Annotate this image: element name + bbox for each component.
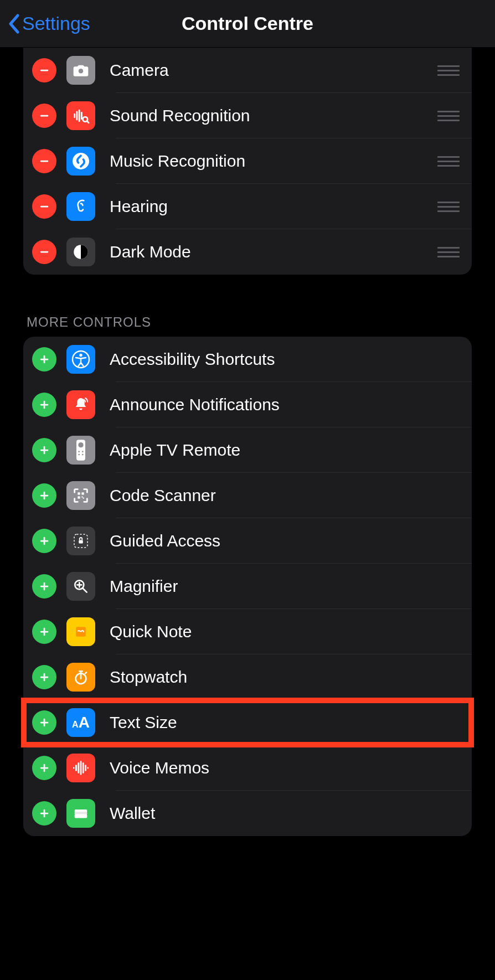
svg-rect-9 (40, 161, 49, 162)
row-wallet: Wallet (23, 791, 472, 836)
row-sound-recognition: Sound Recognition (23, 93, 472, 138)
svg-point-27 (82, 454, 84, 456)
plus-icon (38, 353, 50, 365)
svg-rect-46 (40, 631, 49, 633)
svg-rect-34 (83, 498, 84, 499)
row-label: Code Scanner (110, 486, 472, 505)
row-label: Apple TV Remote (110, 441, 472, 460)
plus-icon (38, 535, 50, 547)
svg-rect-36 (40, 540, 49, 542)
remove-button[interactable] (32, 240, 56, 264)
quick-note-icon (66, 617, 95, 646)
add-button[interactable] (32, 710, 56, 735)
plus-icon (38, 716, 50, 729)
row-camera: Camera (23, 48, 472, 93)
add-button[interactable] (32, 529, 56, 553)
svg-point-24 (78, 451, 80, 452)
row-apple-tv-remote: Apple TV Remote (23, 427, 472, 473)
row-label: Text Size (110, 713, 472, 732)
add-button[interactable] (32, 801, 56, 826)
svg-rect-33 (81, 496, 82, 497)
svg-point-26 (78, 454, 80, 456)
row-label: Guided Access (110, 532, 472, 550)
svg-line-54 (85, 672, 86, 673)
back-button[interactable]: Settings (8, 13, 90, 34)
minus-icon (38, 155, 50, 167)
remove-button[interactable] (32, 149, 56, 173)
svg-rect-12 (40, 251, 49, 253)
magnifier-icon (66, 572, 95, 601)
dark-mode-icon (66, 238, 95, 266)
accessibility-icon (66, 345, 95, 374)
row-label: Camera (110, 61, 437, 80)
row-hearing: Hearing (23, 184, 472, 229)
svg-rect-31 (81, 492, 84, 494)
reorder-handle[interactable] (437, 202, 460, 212)
plus-icon (38, 399, 50, 411)
svg-rect-56 (40, 722, 49, 724)
plus-icon (38, 762, 50, 774)
svg-rect-19 (40, 404, 49, 406)
remove-button[interactable] (32, 194, 56, 219)
shazam-icon (66, 147, 95, 176)
plus-icon (38, 671, 50, 683)
row-music-recognition: Music Recognition (23, 138, 472, 184)
row-label: Sound Recognition (110, 106, 437, 125)
plus-icon (38, 444, 50, 456)
svg-line-42 (83, 589, 87, 592)
wallet-icon (66, 799, 95, 828)
row-dark-mode: Dark Mode (23, 229, 472, 275)
row-text-size: AA Text Size (23, 700, 472, 745)
reorder-handle[interactable] (437, 247, 460, 257)
add-button[interactable] (32, 483, 56, 508)
row-quick-note: Quick Note (23, 609, 472, 654)
row-label: Voice Memos (110, 759, 472, 777)
text-size-icon: AA (66, 708, 95, 737)
reorder-handle[interactable] (437, 65, 460, 76)
add-button[interactable] (32, 574, 56, 599)
chevron-left-icon (8, 14, 20, 34)
svg-rect-40 (40, 586, 49, 587)
sound-recognition-icon (66, 101, 95, 130)
svg-rect-0 (40, 70, 49, 71)
svg-rect-30 (78, 492, 80, 494)
svg-rect-21 (40, 450, 49, 451)
add-button[interactable] (32, 665, 56, 689)
remove-button[interactable] (32, 104, 56, 128)
row-label: Hearing (110, 197, 437, 216)
svg-rect-70 (75, 814, 87, 818)
add-button[interactable] (32, 347, 56, 372)
voice-memos-icon (66, 754, 95, 782)
reorder-handle[interactable] (437, 156, 460, 167)
minus-icon (38, 110, 50, 122)
navigation-bar: Settings Control Centre (0, 0, 495, 48)
minus-icon (38, 200, 50, 213)
svg-point-17 (79, 354, 82, 357)
svg-line-8 (87, 121, 89, 122)
guided-access-icon (66, 527, 95, 555)
svg-point-23 (78, 442, 83, 447)
svg-rect-58 (40, 767, 49, 769)
row-label: Music Recognition (110, 152, 437, 171)
add-button[interactable] (32, 438, 56, 462)
add-button[interactable] (32, 756, 56, 780)
camera-icon (66, 56, 95, 85)
plus-icon (38, 580, 50, 592)
add-button[interactable] (32, 393, 56, 417)
plus-icon (38, 626, 50, 638)
add-button[interactable] (32, 620, 56, 644)
row-label: Stopwatch (110, 668, 472, 687)
row-stopwatch: Stopwatch (23, 654, 472, 700)
remove-button[interactable] (32, 58, 56, 82)
svg-rect-29 (40, 495, 49, 497)
row-announce-notifications: Announce Notifications (23, 382, 472, 427)
reorder-handle[interactable] (437, 111, 460, 121)
row-label: Quick Note (110, 622, 472, 641)
row-label: Announce Notifications (110, 395, 472, 414)
more-controls-header: More Controls (27, 314, 468, 330)
ear-icon (66, 192, 95, 221)
more-controls-panel: Accessibility Shortcuts Announce Notific… (23, 337, 472, 836)
included-controls-panel: Camera Sound Recognition Music Recogniti… (23, 48, 472, 275)
stopwatch-icon (66, 663, 95, 692)
svg-point-25 (82, 451, 84, 452)
